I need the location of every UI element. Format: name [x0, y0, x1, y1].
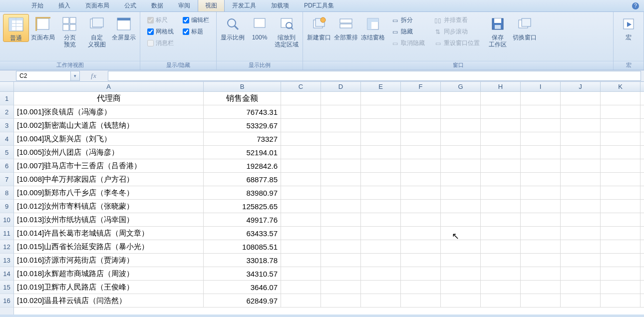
- cell[interactable]: [601, 267, 641, 280]
- cell[interactable]: [10.016]济源市河苑街店（贾涛涛）: [14, 254, 204, 267]
- cell[interactable]: [521, 105, 561, 118]
- cell[interactable]: [601, 254, 641, 267]
- cell[interactable]: [521, 119, 561, 132]
- cell[interactable]: [441, 119, 481, 132]
- unhide-button[interactable]: ▭取消隐藏: [389, 38, 427, 48]
- row-header[interactable]: 3: [0, 119, 13, 132]
- cell[interactable]: [281, 119, 321, 132]
- column-header[interactable]: A: [14, 82, 204, 91]
- reset-pos-button[interactable]: ▭重设窗口位置: [432, 38, 482, 48]
- cell[interactable]: 63433.57: [204, 227, 281, 240]
- cell[interactable]: [561, 173, 601, 186]
- name-box[interactable]: C2: [16, 71, 71, 81]
- cell[interactable]: [601, 119, 641, 132]
- help-icon[interactable]: ?: [632, 2, 639, 9]
- freeze-panes-button[interactable]: 冻结窗格: [360, 14, 386, 41]
- cell[interactable]: [281, 240, 321, 253]
- column-header[interactable]: E: [361, 82, 401, 91]
- row-header[interactable]: 5: [0, 146, 13, 159]
- zoom-button[interactable]: 显示比例: [220, 14, 246, 41]
- cell[interactable]: [601, 186, 641, 199]
- cell[interactable]: [401, 294, 441, 307]
- cell[interactable]: 代理商: [14, 92, 204, 105]
- cell[interactable]: [561, 267, 601, 280]
- cell[interactable]: 108085.51: [204, 240, 281, 253]
- cell[interactable]: [281, 267, 321, 280]
- row-header[interactable]: 10: [0, 213, 13, 227]
- cell[interactable]: [561, 227, 601, 240]
- side-by-side-button[interactable]: ▯▯并排查看: [432, 15, 482, 25]
- cell[interactable]: [521, 159, 561, 172]
- cell[interactable]: [281, 173, 321, 186]
- row-header[interactable]: 15: [0, 281, 13, 294]
- cell[interactable]: [481, 240, 521, 253]
- cell[interactable]: [561, 105, 601, 118]
- save-workspace-button[interactable]: 保存 工作区: [485, 14, 511, 48]
- select-all-corner[interactable]: [0, 82, 13, 92]
- cell[interactable]: [521, 92, 561, 105]
- row-header[interactable]: 11: [0, 227, 13, 240]
- cell[interactable]: [561, 200, 601, 213]
- cell[interactable]: [521, 227, 561, 240]
- cell[interactable]: [441, 254, 481, 267]
- cell[interactable]: [361, 119, 401, 132]
- cell[interactable]: [481, 146, 521, 159]
- cell[interactable]: [481, 159, 521, 172]
- cell[interactable]: [561, 254, 601, 267]
- cell[interactable]: [361, 159, 401, 172]
- cell[interactable]: [521, 173, 561, 186]
- cell[interactable]: [441, 200, 481, 213]
- cell[interactable]: [321, 294, 361, 307]
- name-box-dropdown[interactable]: ▾: [71, 71, 80, 81]
- cell[interactable]: [321, 173, 361, 186]
- cell[interactable]: [441, 294, 481, 307]
- cell[interactable]: 76743.31: [204, 105, 281, 118]
- cell[interactable]: [401, 267, 441, 280]
- cell[interactable]: [401, 254, 441, 267]
- cell[interactable]: 125825.65: [204, 200, 281, 213]
- zoom-selection-button[interactable]: 缩放到 选定区域: [274, 14, 300, 48]
- cell[interactable]: [361, 254, 401, 267]
- cell[interactable]: [10.012]汝州市寄料镇店（张晓蒙）: [14, 200, 204, 213]
- cell[interactable]: [281, 254, 321, 267]
- cell[interactable]: 192842.6: [204, 159, 281, 172]
- cell[interactable]: 34310.57: [204, 267, 281, 280]
- messagebar-checkbox[interactable]: 消息栏: [147, 39, 174, 47]
- cell[interactable]: [401, 173, 441, 186]
- cell[interactable]: 83980.97: [204, 186, 281, 199]
- tab[interactable]: 页面布局: [78, 0, 117, 11]
- cell[interactable]: [561, 146, 601, 159]
- tab[interactable]: 审阅: [171, 0, 198, 11]
- cell[interactable]: [281, 200, 321, 213]
- cell[interactable]: [601, 213, 641, 226]
- cell[interactable]: [481, 200, 521, 213]
- cell[interactable]: [401, 200, 441, 213]
- cell[interactable]: [361, 146, 401, 159]
- cell[interactable]: [521, 240, 561, 253]
- cell[interactable]: [281, 281, 321, 294]
- tab[interactable]: 公式: [117, 0, 144, 11]
- view-custom-button[interactable]: 自定 义视图: [84, 14, 110, 48]
- formulabar-checkbox[interactable]: 编辑栏: [183, 16, 209, 24]
- cell[interactable]: [281, 186, 321, 199]
- cell[interactable]: [10.019]卫辉市人民路店（王俊峰）: [14, 281, 204, 294]
- headings-checkbox[interactable]: 标题: [183, 27, 209, 36]
- cell[interactable]: [481, 227, 521, 240]
- cell[interactable]: [521, 294, 561, 307]
- tab[interactable]: 插入: [51, 0, 78, 11]
- cell[interactable]: [561, 294, 601, 307]
- cell[interactable]: [441, 213, 481, 226]
- cell[interactable]: [321, 227, 361, 240]
- cell[interactable]: 73327: [204, 132, 281, 145]
- cell[interactable]: [10.018]永辉超市商城路店（周波）: [14, 267, 204, 280]
- column-header[interactable]: J: [561, 82, 601, 91]
- cell[interactable]: [401, 281, 441, 294]
- cell[interactable]: [481, 281, 521, 294]
- cell[interactable]: [481, 186, 521, 199]
- tab[interactable]: 开始: [24, 0, 51, 11]
- cell[interactable]: [361, 173, 401, 186]
- column-header[interactable]: C: [281, 82, 321, 91]
- cell[interactable]: [441, 186, 481, 199]
- cell[interactable]: 52194.01: [204, 146, 281, 159]
- row-header[interactable]: 16: [0, 294, 13, 308]
